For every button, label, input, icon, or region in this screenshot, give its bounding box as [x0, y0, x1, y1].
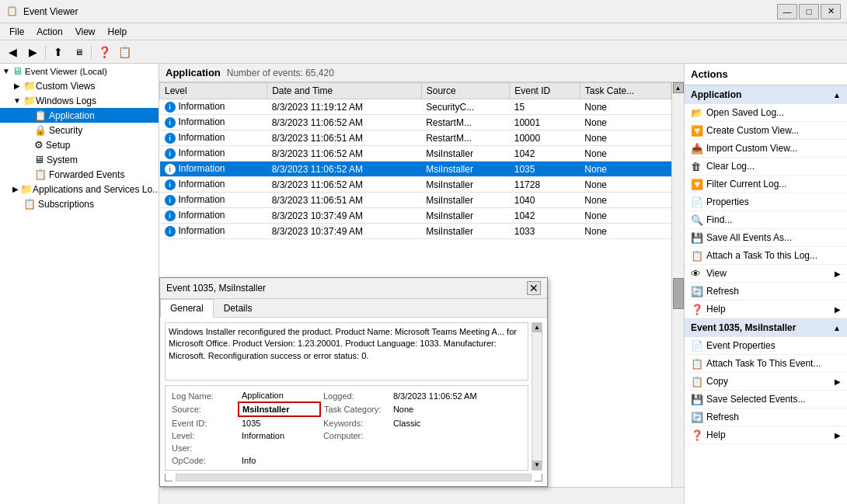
col-datetime[interactable]: Date and Time [267, 83, 422, 99]
action-label: Help [706, 429, 726, 440]
tab-general[interactable]: General [160, 299, 214, 318]
close-button[interactable]: ✕ [821, 4, 841, 19]
table-row[interactable]: iInformation8/3/2023 11:06:52 AMMsiInsta… [160, 146, 671, 162]
menu-action[interactable]: Action [30, 25, 68, 39]
toolbar-help[interactable]: ❓ [95, 43, 113, 61]
cell-eventid: 10001 [510, 115, 580, 130]
detail-scrollbar[interactable]: ▲ ▼ [532, 322, 542, 471]
col-source[interactable]: Source [421, 83, 510, 99]
table-row[interactable]: iInformation8/3/2023 11:06:52 AMMsiInsta… [160, 177, 671, 193]
table-row[interactable]: iInformation8/3/2023 11:06:51 AMMsiInsta… [160, 193, 671, 208]
table-row[interactable]: iInformation8/3/2023 11:06:52 AMRestartM… [160, 115, 671, 130]
refresh2-icon: 🔄 [691, 412, 703, 423]
table-scrollbar[interactable]: ▲ ▼ [671, 82, 684, 504]
cell-datetime: 8/3/2023 11:06:52 AM [267, 177, 422, 193]
sidebar-item-custom-views[interactable]: ▶ 📁 Custom Views [0, 78, 159, 93]
actions-section-app-items: 📂 Open Saved Log... 🔽 Create Custom View… [685, 104, 847, 318]
detail-desc-text: Windows Installer reconfigured the produ… [169, 327, 517, 360]
arrow-icon: ▶ [835, 305, 841, 314]
table-row[interactable]: iInformation8/3/2023 11:06:51 AMRestartM… [160, 130, 671, 146]
maximize-button[interactable]: □ [799, 4, 819, 19]
field-source: Source: MsiInstaller Task Category: None [169, 402, 524, 416]
info-icon: i [165, 133, 176, 144]
sidebar-item-security[interactable]: 🔒 Security [0, 123, 159, 137]
toolbar-properties[interactable]: 🖥 [69, 43, 88, 61]
window-title: Event Viewer [23, 6, 777, 17]
cell-source: MsiInstaller [421, 146, 510, 162]
action-open-saved-log[interactable]: 📂 Open Saved Log... [685, 104, 847, 122]
info-icon: i [165, 179, 176, 190]
keywords-label: Keywords: [320, 416, 390, 429]
action-refresh[interactable]: 🔄 Refresh [685, 283, 847, 301]
sidebar-item-windows-logs[interactable]: ▼ 📁 Windows Logs [0, 93, 159, 108]
action-save-all-events[interactable]: 💾 Save All Events As... [685, 229, 847, 247]
expand-icon-wl[interactable]: ▼ [12, 96, 22, 105]
action-attach-task-log[interactable]: 📋 Attach a Task To this Log... [685, 247, 847, 265]
event-list-title: Application [166, 67, 221, 78]
actions-section-title-app[interactable]: Application ▲ [685, 85, 847, 104]
table-row[interactable]: iInformation8/3/2023 11:06:52 AMMsiInsta… [160, 162, 671, 177]
action-create-custom-view[interactable]: 🔽 Create Custom View... [685, 122, 847, 140]
table-row[interactable]: iInformation8/3/2023 10:37:49 AMMsiInsta… [160, 224, 671, 239]
table-row[interactable]: iInformation8/3/2023 10:37:49 AMMsiInsta… [160, 208, 671, 224]
action-find[interactable]: 🔍 Find... [685, 211, 847, 229]
attach-task-icon: 📋 [691, 250, 703, 262]
sidebar-item-forwarded-events[interactable]: 📋 Forwarded Events [0, 167, 159, 182]
copy-icon: 📋 [691, 376, 703, 388]
sidebar-item-system[interactable]: 🖥 System [0, 152, 159, 167]
toolbar-up[interactable]: ⬆ [49, 43, 68, 61]
minimize-button[interactable]: — [777, 4, 797, 19]
cell-datetime: 8/3/2023 11:06:52 AM [267, 115, 422, 130]
expand-icon-as[interactable]: ▶ [12, 185, 19, 193]
taskcategory-value: None [390, 402, 524, 416]
col-eventid[interactable]: Event ID [510, 83, 580, 99]
sidebar-item-setup[interactable]: ⚙ Setup [0, 137, 159, 152]
level-value: Information [239, 429, 320, 442]
toolbar-extra[interactable]: 📋 [115, 43, 134, 61]
tab-details[interactable]: Details [214, 299, 263, 318]
action-help[interactable]: ❓ Help ▶ [685, 301, 847, 318]
menu-help[interactable]: Help [102, 25, 134, 39]
col-level[interactable]: Level [160, 83, 267, 99]
collapse-arrow-event: ▲ [833, 324, 841, 332]
status-bar [159, 487, 684, 504]
menu-view[interactable]: View [69, 25, 102, 39]
arrow-icon: ▶ [835, 431, 841, 440]
cell-source: MsiInstaller [421, 162, 510, 177]
open-log-icon: 📂 [691, 107, 703, 119]
cell-category: None [580, 193, 671, 208]
sidebar-label-fe: Forwarded Events [49, 169, 124, 180]
col-category[interactable]: Task Cate... [580, 83, 671, 99]
help2-icon: ❓ [691, 429, 703, 441]
action-filter-current-log[interactable]: 🔽 Filter Current Log... [685, 176, 847, 193]
action-clear-log[interactable]: 🗑 Clear Log... [685, 158, 847, 176]
expand-icon-cv[interactable]: ▶ [12, 82, 22, 90]
actions-section-title-event[interactable]: Event 1035, MsiInstaller ▲ [685, 318, 847, 337]
sidebar-item-application[interactable]: 📋 Application [0, 108, 159, 123]
action-attach-task-event[interactable]: 📋 Attach Task To This Event... [685, 355, 847, 373]
actions-section-event-items: 📄 Event Properties 📋 Attach Task To This… [685, 337, 847, 444]
action-view[interactable]: 👁 View ▶ [685, 265, 847, 283]
detail-hscroll[interactable] [176, 474, 532, 481]
expand-icon[interactable]: ▼ [2, 67, 11, 75]
action-save-selected-events[interactable]: 💾 Save Selected Events... [685, 391, 847, 408]
action-copy[interactable]: 📋 Copy ▶ [685, 373, 847, 391]
action-event-properties[interactable]: 📄 Event Properties [685, 337, 847, 355]
action-refresh2[interactable]: 🔄 Refresh [685, 408, 847, 426]
sidebar-item-apps-services[interactable]: ▶ 📁 Applications and Services Lo... [0, 182, 159, 196]
info-icon: i [165, 226, 176, 237]
menu-file[interactable]: File [3, 25, 30, 39]
sidebar-item-event-viewer-local[interactable]: ▼ 🖥 Event Viewer (Local) [0, 64, 159, 78]
sidebar-item-subscriptions[interactable]: 📋 Subscriptions [0, 196, 159, 211]
detail-close-button[interactable]: ✕ [527, 281, 541, 295]
action-import-custom-view[interactable]: 📥 Import Custom View... [685, 140, 847, 158]
toolbar-back[interactable]: ◀ [3, 43, 22, 61]
folder-icon-wl: 📁 [23, 95, 36, 106]
action-properties[interactable]: 📄 Properties [685, 193, 847, 211]
field-eventid: Event ID: 1035 Keywords: Classic [169, 416, 524, 429]
table-row[interactable]: iInformation8/3/2023 11:19:12 AMSecurity… [160, 99, 671, 115]
action-label: Attach a Task To this Log... [706, 250, 817, 261]
toolbar-forward[interactable]: ▶ [23, 43, 42, 61]
action-help2[interactable]: ❓ Help ▶ [685, 426, 847, 444]
action-label: Save Selected Events... [706, 394, 805, 405]
